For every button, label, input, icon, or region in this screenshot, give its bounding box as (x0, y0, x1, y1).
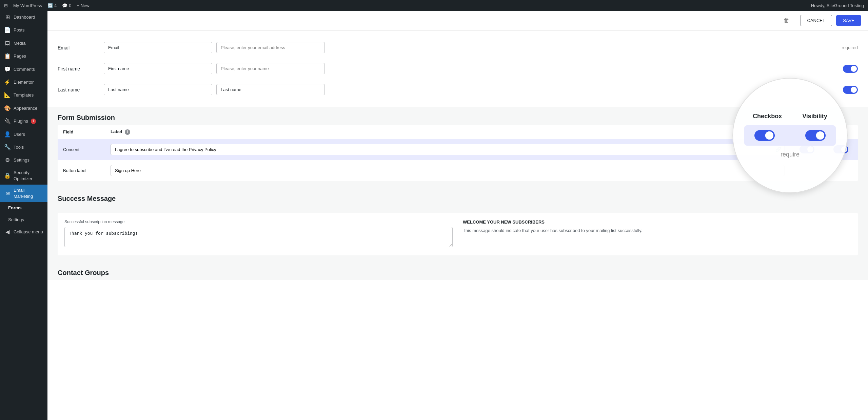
sidebar-item-label: Email Marketing (14, 187, 43, 200)
topbar: ⊞ My WordPress 🔄 4 💬 0 + New Howdy, Site… (0, 0, 868, 11)
sidebar-item-media[interactable]: 🖼 Media (0, 37, 47, 50)
new-link[interactable]: + New (77, 3, 89, 8)
sidebar-item-posts[interactable]: 📄 Posts (0, 24, 47, 37)
sidebar-submenu: Forms Settings (0, 202, 47, 225)
zoom-col-headers: Checkbox Visibility (753, 113, 827, 120)
updates-link[interactable]: 🔄 4 (47, 3, 57, 8)
sidebar-item-users[interactable]: 👤 Users (0, 128, 47, 141)
sidebar-item-label: Plugins (14, 118, 28, 124)
wp-logo[interactable]: ⊞ (4, 3, 8, 8)
first-name-toggle-wrapper (843, 65, 858, 73)
zoom-required-text: require (781, 151, 800, 158)
consent-label-input[interactable] (111, 144, 785, 155)
sidebar-item-label: Dashboard (14, 14, 35, 20)
comments-nav-icon: 💬 (4, 66, 11, 73)
sidebar-item-label: Media (14, 40, 25, 46)
users-icon: 👤 (4, 131, 11, 138)
collapse-menu-button[interactable]: ◀ Collapse menu (0, 226, 47, 238)
pages-icon: 📋 (4, 52, 11, 60)
first-name-placeholder-field[interactable] (216, 63, 325, 74)
sidebar-item-label: Appearance (14, 105, 37, 111)
sidebar-item-email-marketing[interactable]: ✉ Email Marketing (0, 185, 47, 202)
appearance-icon: 🎨 (4, 105, 11, 112)
tools-icon: 🔧 (4, 144, 11, 151)
sidebar-item-label: Comments (14, 66, 35, 72)
col-field: Field (58, 125, 105, 139)
sidebar-item-settings[interactable]: ⚙ Settings (0, 154, 47, 167)
email-field-name[interactable] (104, 42, 212, 53)
sidebar-item-label: Security Optimizer (14, 170, 43, 182)
table-row-button-label: Button label (58, 160, 858, 181)
sidebar-submenu-forms[interactable]: Forms (0, 202, 47, 214)
comments-link[interactable]: 💬 0 (62, 3, 71, 8)
email-label: Email (58, 45, 98, 50)
consent-field-label: Consent (58, 139, 105, 160)
success-section: Successful subscription message Thank yo… (47, 206, 868, 262)
success-card: Successful subscription message Thank yo… (58, 213, 858, 255)
first-name-field[interactable] (104, 63, 212, 74)
security-icon: 🔒 (4, 172, 11, 180)
success-hint-title: WELCOME YOUR NEW SUBSCRIBERS (463, 219, 851, 225)
sidebar-item-appearance[interactable]: 🎨 Appearance (0, 102, 47, 115)
zoom-row-consent (744, 125, 836, 146)
last-name-row: Last name (58, 79, 858, 100)
zoom-checkbox-toggle[interactable] (754, 130, 775, 141)
sidebar-item-plugins[interactable]: 🔌 Plugins 1 (0, 115, 47, 128)
email-placeholder-field[interactable] (216, 42, 325, 53)
last-name-placeholder-field[interactable] (216, 84, 325, 95)
sidebar: ⊞ Dashboard 📄 Posts 🖼 Media 📋 Pages 💬 Co… (0, 11, 47, 420)
sidebar-item-security[interactable]: 🔒 Security Optimizer (0, 167, 47, 185)
save-button[interactable]: SAVE (836, 15, 861, 26)
zoom-col1-header: Checkbox (753, 113, 782, 120)
email-row: Email required (58, 37, 858, 58)
zoom-visibility-toggle[interactable] (805, 130, 826, 141)
sidebar-submenu-settings[interactable]: Settings (0, 214, 47, 226)
contact-groups-title: Contact Groups (58, 269, 858, 277)
success-left: Successful subscription message Thank yo… (64, 219, 453, 249)
sidebar-item-label: Pages (14, 53, 26, 59)
trash-icon[interactable]: 🗑 (782, 15, 792, 26)
updates-count: 4 (54, 3, 57, 8)
first-name-label: First name (58, 66, 98, 71)
col-label: Label i (105, 125, 790, 139)
cancel-button[interactable]: CANCEL (800, 15, 832, 26)
first-name-row: First name (58, 58, 858, 79)
sidebar-item-elementor[interactable]: ⚡ Elementor (0, 76, 47, 89)
button-label-cell (105, 160, 790, 181)
consent-input-wrapper: 🔗 (111, 144, 785, 155)
elementor-icon: ⚡ (4, 79, 11, 86)
action-bar: 🗑 CANCEL SAVE (47, 11, 868, 30)
email-required: required (842, 45, 858, 50)
sidebar-item-pages[interactable]: 📋 Pages (0, 50, 47, 63)
email-marketing-icon: ✉ (4, 190, 11, 197)
forms-label: Forms (8, 205, 22, 211)
collapse-label: Collapse menu (14, 229, 43, 235)
sidebar-item-dashboard[interactable]: ⊞ Dashboard (0, 11, 47, 24)
button-label-input[interactable] (111, 165, 785, 176)
collapse-icon: ◀ (4, 228, 11, 236)
label-info-icon[interactable]: i (125, 129, 130, 135)
sidebar-item-label: Elementor (14, 79, 34, 85)
success-hint: WELCOME YOUR NEW SUBSCRIBERS This messag… (463, 219, 851, 249)
email-inputs (104, 42, 836, 53)
sidebar-item-tools[interactable]: 🔧 Tools (0, 141, 47, 154)
updates-icon: 🔄 (47, 3, 53, 8)
last-name-field[interactable] (104, 84, 212, 95)
success-message-header: Success Message (47, 188, 868, 206)
last-name-inputs (104, 84, 837, 95)
first-name-toggle[interactable] (843, 65, 858, 73)
site-name[interactable]: My WordPress (13, 3, 42, 8)
first-name-inputs (104, 63, 837, 74)
sidebar-item-label: Templates (14, 92, 34, 98)
zoom-overlay: Checkbox Visibility require (732, 78, 848, 193)
posts-icon: 📄 (4, 26, 11, 34)
success-label: Successful subscription message (64, 219, 453, 224)
templates-icon: 📐 (4, 91, 11, 99)
last-name-toggle[interactable] (843, 86, 858, 94)
sidebar-item-templates[interactable]: 📐 Templates (0, 89, 47, 102)
sidebar-item-comments[interactable]: 💬 Comments (0, 63, 47, 76)
sidebar-item-label: Tools (14, 144, 24, 150)
fields-section: Email required First name (47, 30, 868, 107)
success-textarea[interactable]: Thank you for subscribing! (64, 227, 453, 247)
settings-sub-label: Settings (8, 217, 24, 223)
